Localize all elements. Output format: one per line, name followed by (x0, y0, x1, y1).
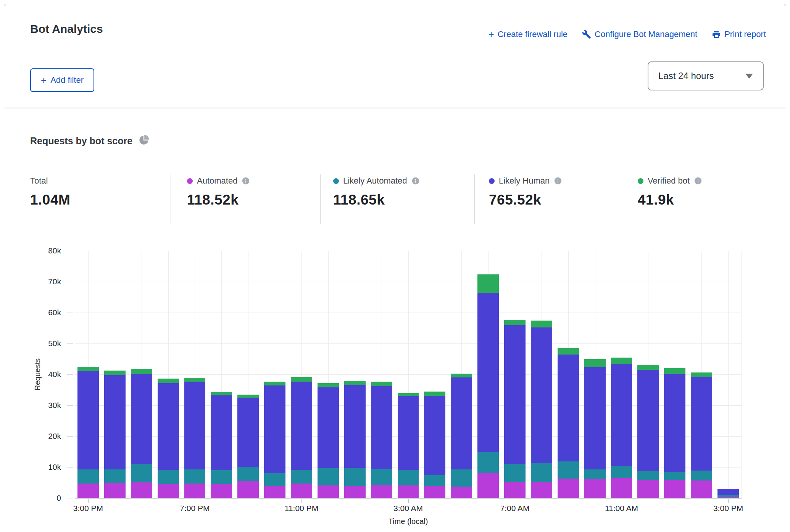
y-axis-tick-label: 10k (34, 463, 61, 472)
bar-segment-likely-human (451, 377, 472, 469)
bar-segment-automated (211, 484, 232, 498)
bar-5:00 AM[interactable] (451, 374, 472, 498)
bar-segment-likely-human (717, 489, 739, 495)
bar-10:00 PM[interactable] (264, 382, 285, 498)
bar-segment-likely-automated (424, 475, 445, 486)
bar-segment-automated (131, 482, 152, 498)
bar-segment-automated (398, 485, 419, 498)
bar-4:00 PM[interactable] (104, 371, 126, 498)
bar-1:00 AM[interactable] (344, 381, 366, 498)
bar-1:00 PM[interactable] (664, 368, 685, 498)
y-axis-tick (67, 498, 73, 498)
bar-12:00 AM[interactable] (318, 383, 339, 498)
bar-segment-likely-human (264, 385, 285, 473)
bar-8:00 PM[interactable] (211, 392, 232, 498)
y-axis-tick (67, 251, 73, 251)
bar-segment-likely-human (664, 374, 685, 472)
bar-segment-likely-automated (344, 468, 366, 486)
y-axis-tick-label: 0 (34, 493, 61, 503)
bar-10:00 AM[interactable] (584, 359, 606, 498)
bar-11:00 PM[interactable] (291, 377, 312, 498)
bar-segment-verified-bot (77, 367, 99, 371)
bar-6:00 AM[interactable] (477, 274, 499, 498)
requests-by-bot-score-chart: 010k20k30k40k50k60k70k80k3:00 PM7:00 PM1… (0, 0, 790, 532)
bar-segment-likely-human (131, 374, 152, 464)
bar-segment-automated (584, 479, 606, 498)
bar-segment-likely-human (211, 395, 232, 470)
bar-8:00 AM[interactable] (531, 321, 552, 498)
x-axis-tick (408, 499, 409, 503)
bar-segment-likely-human (637, 370, 659, 471)
vertical-gridline (742, 251, 742, 498)
y-axis-tick (67, 405, 73, 406)
x-axis-tick-label: 3:00 AM (380, 504, 437, 513)
y-axis-tick-label: 70k (34, 277, 61, 286)
bar-segment-likely-human (291, 382, 312, 470)
bar-segment-automated (477, 473, 499, 498)
bar-segment-likely-automated (477, 452, 499, 473)
bar-7:00 AM[interactable] (504, 320, 526, 498)
bar-segment-automated (158, 484, 179, 498)
bar-3:00 PM[interactable] (77, 367, 99, 498)
bar-segment-verified-bot (344, 381, 366, 385)
x-axis-tick-label: 3:00 PM (60, 504, 117, 513)
bar-segment-likely-human (398, 396, 419, 470)
x-axis-title: Time (local) (351, 517, 466, 526)
bar-segment-verified-bot (584, 359, 606, 368)
x-axis-tick (195, 499, 195, 503)
bar-3:00 PM[interactable] (717, 489, 739, 498)
bar-segment-likely-automated (104, 469, 126, 483)
bar-segment-likely-automated (77, 469, 99, 484)
bar-segment-likely-human (184, 382, 206, 469)
bar-segment-likely-automated (158, 470, 179, 484)
bar-segment-automated (264, 486, 285, 498)
y-axis-tick (67, 282, 73, 282)
bar-segment-verified-bot (558, 348, 579, 355)
bar-segment-verified-bot (158, 379, 179, 383)
bar-segment-likely-human (611, 364, 632, 467)
bar-segment-automated (291, 484, 312, 498)
bar-segment-likely-human (158, 383, 179, 470)
bar-9:00 AM[interactable] (558, 348, 579, 498)
bar-segment-automated (104, 483, 126, 498)
bar-2:00 PM[interactable] (691, 372, 712, 498)
bar-segment-likely-automated (237, 467, 259, 481)
x-axis-tick (301, 499, 302, 503)
bar-segment-likely-human (477, 293, 499, 452)
bar-segment-likely-human (691, 377, 712, 471)
bar-11:00 AM[interactable] (611, 358, 632, 498)
bar-segment-verified-bot (611, 358, 632, 363)
bar-segment-verified-bot (264, 382, 285, 386)
bar-segment-likely-automated (531, 463, 552, 482)
bar-segment-likely-automated (211, 470, 232, 484)
y-axis-tick (67, 374, 73, 375)
bar-segment-automated (664, 480, 685, 498)
bar-segment-verified-bot (371, 382, 392, 386)
bar-segment-likely-automated (637, 471, 659, 480)
x-axis-tick-label: 7:00 PM (166, 504, 223, 513)
bar-segment-likely-automated (611, 466, 632, 478)
bar-segment-likely-automated (184, 469, 206, 484)
y-axis-tick (67, 343, 73, 344)
bar-2:00 AM[interactable] (371, 382, 392, 498)
bar-segment-likely-automated (584, 469, 606, 480)
bar-5:00 PM[interactable] (131, 369, 152, 498)
bar-3:00 AM[interactable] (398, 393, 419, 498)
bar-segment-verified-bot (211, 392, 232, 395)
bar-segment-verified-bot (451, 374, 472, 378)
bar-segment-likely-automated (318, 468, 339, 485)
bar-9:00 PM[interactable] (237, 395, 259, 498)
bar-segment-verified-bot (318, 383, 339, 387)
bar-6:00 PM[interactable] (158, 379, 179, 498)
bar-4:00 AM[interactable] (424, 392, 445, 498)
y-axis-tick-label: 60k (34, 308, 61, 317)
bar-segment-automated (344, 486, 366, 498)
bar-segment-verified-bot (424, 392, 445, 396)
bar-segment-automated (318, 485, 339, 498)
bar-12:00 PM[interactable] (637, 365, 659, 498)
bar-segment-automated (531, 482, 552, 498)
bar-segment-verified-bot (504, 320, 526, 326)
bar-segment-likely-automated (291, 470, 312, 484)
bar-7:00 PM[interactable] (184, 378, 206, 498)
y-axis-tick-label: 80k (34, 246, 61, 255)
